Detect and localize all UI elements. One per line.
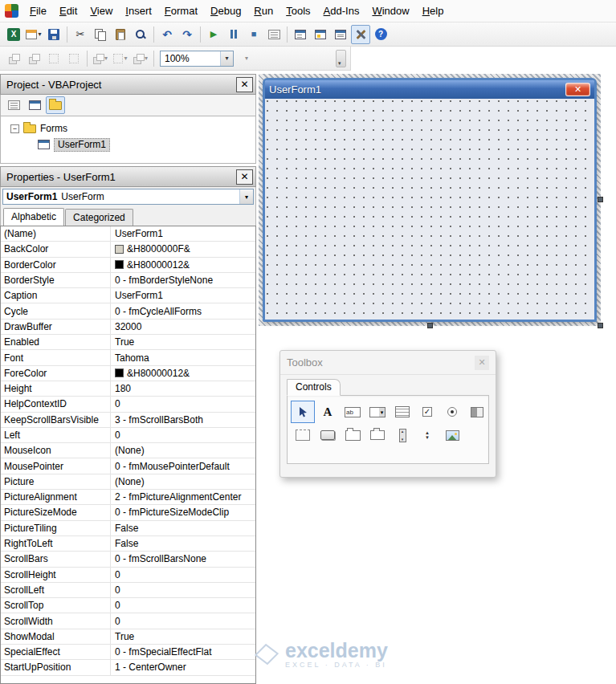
property-value[interactable]: False	[111, 523, 255, 534]
property-value[interactable]: &H80000012&	[111, 259, 255, 271]
property-row-scrollleft[interactable]: ScrollLeft0	[1, 583, 255, 598]
collapse-icon[interactable]: −	[10, 124, 19, 133]
property-name[interactable]: ScrollBars	[1, 552, 111, 566]
property-name[interactable]: ScrollHeight	[1, 568, 111, 582]
menu-item-help[interactable]: Help	[416, 1, 451, 21]
property-name[interactable]: BackColor	[1, 242, 111, 256]
object-selector-combo[interactable]: UserForm1UserForm ▾	[2, 189, 254, 205]
commandbutton-tool[interactable]	[316, 424, 340, 446]
property-value[interactable]: 0 - fmPictureSizeModeClip	[111, 507, 255, 518]
property-row-name[interactable]: (Name)UserForm1	[1, 226, 255, 242]
properties-panel-titlebar[interactable]: Properties - UserForm1	[0, 166, 256, 187]
center-button[interactable]: ▾	[111, 49, 130, 68]
spinbutton-tool[interactable]: ▲▼	[415, 424, 439, 446]
property-row-scrolltop[interactable]: ScrollTop0	[1, 598, 255, 613]
togglebutton-tool[interactable]	[465, 401, 489, 423]
property-name[interactable]: Caption	[1, 288, 111, 303]
property-name[interactable]: KeepScrollBarsVisible	[1, 413, 111, 427]
insert-userform-button[interactable]: ▾	[24, 25, 43, 44]
property-row-caption[interactable]: CaptionUserForm1	[1, 288, 255, 303]
paste-button[interactable]	[111, 25, 130, 44]
property-value[interactable]: 0	[111, 600, 255, 611]
run-button[interactable]: ▶	[204, 25, 223, 44]
property-name[interactable]: ScrollTop	[1, 598, 111, 613]
property-row-picturesizemode[interactable]: PictureSizeMode0 - fmPictureSizeModeClip	[1, 505, 255, 520]
property-value[interactable]: 3 - fmScrollBarsBoth	[111, 414, 255, 425]
property-value[interactable]: 2 - fmPictureAlignmentCenter	[111, 491, 255, 503]
menu-item-window[interactable]: Window	[365, 1, 415, 21]
menu-item-debug[interactable]: Debug	[204, 1, 247, 21]
property-row-scrollwidth[interactable]: ScrollWidth0	[1, 613, 255, 629]
property-name[interactable]: ForeColor	[1, 366, 111, 381]
property-value[interactable]: &H80000012&	[111, 368, 255, 379]
toolbox-titlebar[interactable]: Toolbox	[280, 351, 496, 375]
tab-alphabetic[interactable]: Alphabetic	[3, 208, 64, 226]
select-objects-tool[interactable]	[291, 401, 315, 423]
menu-item-file[interactable]: File	[23, 1, 53, 21]
property-row-keepscrollbarsvisible[interactable]: KeepScrollBarsVisible3 - fmScrollBarsBot…	[1, 413, 255, 428]
property-row-mousepointer[interactable]: MousePointer0 - fmMousePointerDefault	[1, 458, 255, 474]
menu-item-run[interactable]: Run	[247, 1, 279, 21]
property-value[interactable]: 0	[111, 616, 255, 627]
property-row-backcolor[interactable]: BackColor&H8000000F&	[1, 242, 255, 257]
property-row-left[interactable]: Left0	[1, 428, 255, 443]
object-browser-button[interactable]	[331, 25, 350, 44]
view-object-button[interactable]	[25, 96, 44, 114]
make-same-size-button[interactable]: ▾	[131, 49, 150, 68]
property-value[interactable]: 0	[111, 584, 255, 596]
property-row-showmodal[interactable]: ShowModalTrue	[1, 629, 255, 645]
property-row-cycle[interactable]: Cycle0 - fmCycleAllForms	[1, 303, 255, 319]
property-name[interactable]: Enabled	[1, 335, 111, 349]
property-value[interactable]: UserForm1	[111, 290, 255, 301]
property-name[interactable]: Left	[1, 428, 111, 442]
resize-handle-bottom[interactable]	[427, 323, 433, 328]
frame-tool[interactable]	[291, 424, 315, 446]
zoom-combo[interactable]: 100%▾	[160, 51, 234, 67]
property-name[interactable]: DrawBuffer	[1, 320, 111, 334]
tabstrip-tool[interactable]	[341, 424, 365, 446]
property-value[interactable]: 32000	[111, 321, 255, 332]
view-code-button[interactable]	[4, 96, 23, 114]
property-value[interactable]: 1 - CenterOwner	[111, 662, 255, 673]
property-name[interactable]: RightToLeft	[1, 536, 111, 551]
zoom-dropdown-button[interactable]: ▾	[237, 49, 256, 68]
property-name[interactable]: PictureTiling	[1, 521, 111, 535]
property-row-borderstyle[interactable]: BorderStyle0 - fmBorderStyleNone	[1, 273, 255, 288]
help-button[interactable]: ?	[371, 25, 390, 44]
property-value[interactable]: (None)	[111, 445, 255, 456]
property-row-righttoleft[interactable]: RightToLeftFalse	[1, 536, 255, 552]
image-tool[interactable]	[440, 424, 464, 446]
property-value[interactable]: 0 - fmBorderStyleNone	[111, 275, 255, 286]
userform-titlebar[interactable]: UserForm1	[265, 80, 594, 99]
property-name[interactable]: (Name)	[1, 226, 111, 241]
property-value[interactable]: 180	[111, 383, 255, 394]
property-name[interactable]: PictureAlignment	[1, 490, 111, 504]
property-value[interactable]: True	[111, 631, 255, 642]
property-name[interactable]: StartUpPosition	[1, 660, 111, 674]
property-value[interactable]: 0	[111, 430, 255, 441]
optionbutton-tool[interactable]	[440, 401, 464, 423]
property-name[interactable]: ShowModal	[1, 629, 111, 644]
property-row-drawbuffer[interactable]: DrawBuffer32000	[1, 320, 255, 335]
property-value[interactable]: 0 - fmSpecialEffectFlat	[111, 646, 255, 658]
toggle-folders-button[interactable]	[46, 96, 65, 114]
property-value[interactable]: Tahoma	[111, 352, 255, 364]
properties-panel-close-button[interactable]	[236, 169, 253, 185]
object-selector-dropdown-icon[interactable]: ▾	[239, 189, 253, 204]
tree-node-userform1[interactable]: UserForm1	[1, 136, 255, 153]
menu-item-edit[interactable]: Edit	[53, 1, 84, 21]
property-value[interactable]: 0	[111, 398, 255, 409]
zoom-dropdown-icon[interactable]: ▾	[220, 51, 233, 66]
property-name[interactable]: BorderStyle	[1, 273, 111, 287]
toolbar-overflow-button[interactable]	[336, 50, 346, 67]
resize-handle-right[interactable]	[598, 197, 603, 202]
property-name[interactable]: Height	[1, 381, 111, 396]
toolbox-close-button[interactable]	[475, 356, 489, 370]
project-panel-close-button[interactable]	[236, 77, 253, 92]
property-value[interactable]: 0 - fmScrollBarsNone	[111, 553, 255, 564]
view-excel-button[interactable]: X	[4, 25, 23, 44]
reset-button[interactable]: ■	[244, 25, 263, 44]
property-row-picturetiling[interactable]: PictureTilingFalse	[1, 521, 255, 536]
property-name[interactable]: ScrollWidth	[1, 613, 111, 628]
property-row-picturealignment[interactable]: PictureAlignment2 - fmPictureAlignmentCe…	[1, 490, 255, 505]
